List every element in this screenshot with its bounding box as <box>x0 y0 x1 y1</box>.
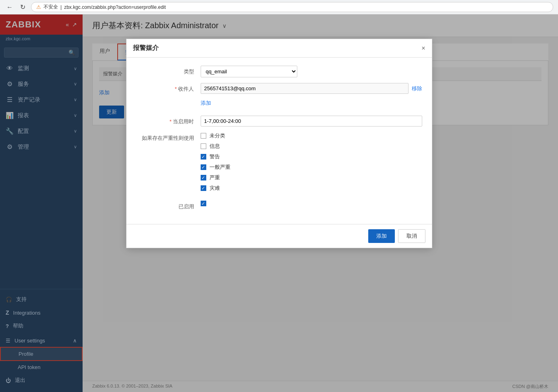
severity-disaster-label: 灾难 <box>210 185 220 192</box>
when-active-label: * 当启用时 <box>136 116 201 125</box>
severity-unclassified-row: 未分类 <box>201 132 422 139</box>
check-icon: ✓ <box>201 165 205 170</box>
modal-body: 类型 qq_email Email SMS Webhook * 收件人 <box>127 58 432 224</box>
recipient-form-row: * 收件人 移除 添加 <box>136 83 422 110</box>
modal-close-button[interactable]: × <box>421 45 425 52</box>
severity-info-label: 信息 <box>210 143 220 150</box>
severity-unclassified-checkbox[interactable] <box>201 133 206 139</box>
enabled-field: ✓ <box>201 201 422 206</box>
enabled-checkbox[interactable]: ✓ <box>201 201 206 206</box>
check-icon: ✓ <box>201 175 205 180</box>
recipient-input[interactable] <box>201 83 409 94</box>
severity-warning-row: ✓ 警告 <box>201 153 422 160</box>
severity-average-checkbox[interactable]: ✓ <box>201 164 206 170</box>
severity-average-row: ✓ 一般严重 <box>201 164 422 171</box>
when-active-form-row: * 当启用时 <box>136 116 422 127</box>
required-star2: * <box>170 118 172 124</box>
severity-info-checkbox[interactable] <box>201 143 206 149</box>
severity-section: 未分类 信息 ✓ 警告 <box>201 132 422 195</box>
browser-bar: ← ↻ ⚠ 不安全 | zbx.kgc.com/zabbix.php?actio… <box>0 0 558 15</box>
severity-disaster-checkbox[interactable]: ✓ <box>201 185 206 191</box>
security-warning-icon: ⚠ <box>36 4 41 10</box>
modal-footer: 添加 取消 <box>127 224 432 248</box>
enabled-check-icon: ✓ <box>201 201 205 206</box>
enabled-label: 已启用 <box>136 201 201 210</box>
alert-media-modal: 报警媒介 × 类型 qq_email Email SMS Webhook <box>126 39 432 248</box>
recipient-row: 移除 <box>201 83 422 94</box>
required-star: * <box>175 86 177 92</box>
security-text: 不安全 <box>44 4 58 10</box>
severity-warning-label: 警告 <box>210 153 220 160</box>
recipient-field: 移除 添加 <box>201 83 422 110</box>
add-recipient-link[interactable]: 添加 <box>201 100 211 107</box>
when-active-field <box>201 116 422 127</box>
severity-info-row: 信息 <box>201 143 422 150</box>
enabled-row: ✓ <box>201 201 422 206</box>
severity-high-label: 严重 <box>210 174 220 181</box>
enabled-form-row: 已启用 ✓ <box>136 201 422 210</box>
type-form-row: 类型 qq_email Email SMS Webhook <box>136 66 422 77</box>
check-icon: ✓ <box>201 186 205 191</box>
check-icon: ✓ <box>201 154 205 160</box>
severity-average-label: 一般严重 <box>210 164 230 171</box>
url-bar: ⚠ 不安全 | zbx.kgc.com/zabbix.php?action=us… <box>31 2 553 12</box>
type-label: 类型 <box>136 66 201 75</box>
severity-label: 如果存在严重性则使用 <box>136 132 201 142</box>
back-button[interactable]: ← <box>5 3 15 12</box>
url-text: zbx.kgc.com/zabbix.php?action=userprofil… <box>64 4 166 10</box>
type-select[interactable]: qq_email Email SMS Webhook <box>201 66 297 77</box>
severity-high-row: ✓ 严重 <box>201 174 422 181</box>
severity-form-row: 如果存在严重性则使用 未分类 信息 ✓ <box>136 132 422 195</box>
reload-button[interactable]: ↻ <box>19 2 27 12</box>
severity-disaster-row: ✓ 灾难 <box>201 185 422 192</box>
severity-high-checkbox[interactable]: ✓ <box>201 175 206 180</box>
modal-overlay: 报警媒介 × 类型 qq_email Email SMS Webhook <box>0 15 558 392</box>
when-active-input[interactable] <box>201 116 422 127</box>
url-separator: | <box>60 4 62 10</box>
modal-title: 报警媒介 <box>133 44 159 52</box>
remove-recipient-link[interactable]: 移除 <box>412 85 422 92</box>
recipient-label: * 收件人 <box>136 83 201 93</box>
modal-header: 报警媒介 × <box>127 39 432 58</box>
type-field: qq_email Email SMS Webhook <box>201 66 422 77</box>
modal-cancel-button[interactable]: 取消 <box>398 229 425 243</box>
modal-add-button[interactable]: 添加 <box>368 229 395 243</box>
severity-unclassified-label: 未分类 <box>210 132 225 139</box>
severity-warning-checkbox[interactable]: ✓ <box>201 154 206 160</box>
